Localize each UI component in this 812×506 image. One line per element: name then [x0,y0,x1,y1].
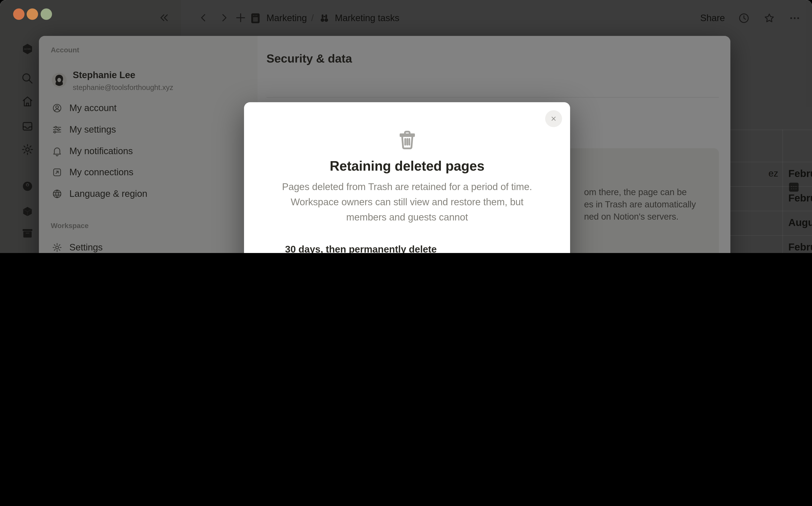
screen: ACME8Support HomeACMECX Knowledge Base M… [0,0,812,253]
retention-modal: Retaining deleted pages Pages deleted fr… [244,102,570,253]
modal-description: Pages deleted from Trash are retained fo… [244,179,570,225]
app-window: ACME8Support HomeACMECX Knowledge Base M… [0,0,812,253]
close-button[interactable] [545,110,562,127]
close-icon [549,114,558,123]
modal-title: Retaining deleted pages [244,158,570,174]
option-30-days-label[interactable]: 30 days, then permanently delete [285,244,437,253]
trash-icon [395,128,419,152]
